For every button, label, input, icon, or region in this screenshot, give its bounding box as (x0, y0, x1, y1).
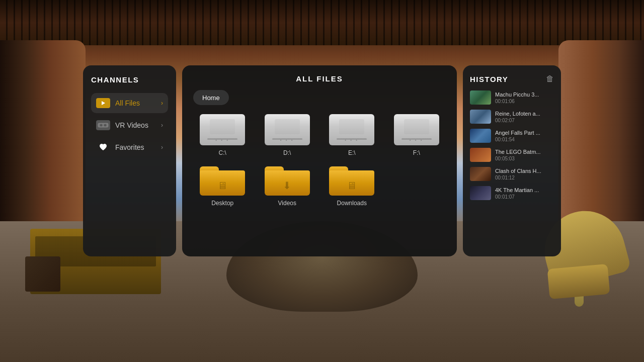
monitor-icon: 🖥 (217, 180, 227, 192)
history-thumbnail (470, 110, 491, 124)
folder-videos-icon: ⬇ (265, 164, 310, 196)
history-item-name: Clash of Clans H... (495, 168, 554, 174)
folder-downloads-label: Downloads (337, 200, 367, 207)
history-info: The LEGO Batm... 00:05:03 (495, 149, 554, 161)
history-item-duration: 00:01:07 (495, 194, 554, 200)
drive-c[interactable]: C:\ (193, 114, 252, 156)
drive-f[interactable]: F:\ (387, 114, 446, 156)
folder-downloads-icon: 🖥 (329, 164, 374, 196)
drive-slot-4 (401, 138, 432, 140)
drive-e[interactable]: E:\ (323, 114, 381, 156)
svg-point-3 (104, 124, 107, 127)
history-item-name: Machu Picchu 3... (495, 92, 554, 98)
breadcrumb[interactable]: Home (193, 90, 229, 105)
history-item[interactable]: Machu Picchu 3... 00:01:06 (470, 90, 554, 105)
history-thumbnail (470, 90, 491, 105)
sidebar-item-vr-videos[interactable]: VR Videos › (91, 115, 168, 135)
vr-videos-label: VR Videos (115, 121, 161, 129)
channels-title: CHANNELS (91, 75, 168, 84)
drive-e-icon (329, 114, 374, 145)
svg-rect-1 (98, 123, 108, 127)
heart-icon (96, 142, 110, 152)
history-info: Clash of Clans H... 00:01:12 (495, 168, 554, 180)
folder-desktop-icon: 🖥 (200, 164, 245, 196)
history-title: HISTORY (470, 75, 508, 83)
drive-slot-3 (337, 138, 367, 140)
files-panel: ALL FILES Home C:\ D:\ (182, 65, 457, 256)
folder-body-3: 🖥 (329, 170, 374, 196)
history-item-name: 4K The Martian ... (495, 187, 554, 193)
chevron-icon-3: › (161, 144, 163, 151)
drive-e-label: E:\ (348, 149, 356, 156)
sidebar-item-all-files[interactable]: All Files › (91, 93, 168, 113)
history-item[interactable]: Angel Falls Part ... 00:01:54 (470, 129, 554, 143)
favorites-label: Favorites (115, 143, 161, 151)
drive-d-label: D:\ (283, 149, 291, 156)
folder-body-2: ⬇ (265, 170, 310, 196)
drive-c-label: C:\ (219, 149, 226, 156)
folder-desktop[interactable]: 🖥 Desktop (193, 164, 252, 207)
svg-marker-0 (102, 101, 105, 105)
history-item-duration: 00:01:06 (495, 99, 554, 104)
drive-f-icon (394, 114, 439, 145)
sidebar-item-favorites[interactable]: Favorites › (91, 137, 168, 157)
display-icon: 🖥 (347, 180, 357, 192)
all-files-label: All Files (115, 99, 161, 107)
folder-videos-label: Videos (278, 200, 296, 207)
drive-d[interactable]: D:\ (258, 114, 317, 156)
history-item-name: Reine, Lofoten a... (495, 111, 554, 117)
history-info: Machu Picchu 3... 00:01:06 (495, 92, 554, 104)
folder-desktop-label: Desktop (211, 200, 233, 207)
channels-panel: CHANNELS All Files › VR Videos › (83, 65, 176, 256)
history-thumbnail (470, 167, 491, 181)
folder-videos[interactable]: ⬇ Videos (258, 164, 317, 207)
play-icon (96, 98, 110, 108)
chevron-icon-2: › (161, 122, 163, 129)
history-item-duration: 00:01:54 (495, 137, 554, 142)
history-item[interactable]: The LEGO Batm... 00:05:03 (470, 148, 554, 162)
history-header: HISTORY 🗑 (470, 74, 554, 83)
folder-downloads[interactable]: 🖥 Downloads (323, 164, 381, 207)
svg-point-2 (100, 124, 103, 127)
history-thumbnail (470, 129, 491, 143)
ui-container: CHANNELS All Files › VR Videos › (83, 65, 561, 256)
history-item-name: The LEGO Batm... (495, 149, 554, 155)
files-panel-title: ALL FILES (193, 74, 446, 83)
history-item-name: Angel Falls Part ... (495, 130, 554, 136)
history-info: Angel Falls Part ... 00:01:54 (495, 130, 554, 142)
history-panel: HISTORY 🗑 Machu Picchu 3... 00:01:06 Rei… (463, 65, 561, 256)
history-thumbnail (470, 186, 491, 200)
folder-body: 🖥 (200, 170, 245, 196)
cube (25, 256, 60, 292)
history-item[interactable]: 4K The Martian ... 00:01:07 (470, 186, 554, 200)
history-list: Machu Picchu 3... 00:01:06 Reine, Lofote… (470, 90, 554, 200)
breadcrumb-text: Home (202, 94, 220, 102)
chevron-icon: › (161, 100, 163, 107)
vr-icon (96, 120, 110, 130)
history-info: Reine, Lofoten a... 00:02:07 (495, 111, 554, 123)
trash-button[interactable]: 🗑 (546, 74, 554, 83)
drive-d-icon (265, 114, 310, 145)
drive-slot (207, 138, 237, 140)
drive-c-icon (200, 114, 245, 145)
ceiling (0, 0, 644, 45)
history-item-duration: 00:05:03 (495, 156, 554, 161)
history-info: 4K The Martian ... 00:01:07 (495, 187, 554, 200)
history-item-duration: 00:01:12 (495, 175, 554, 180)
files-grid: C:\ D:\ E:\ F:\ (193, 114, 446, 207)
history-thumbnail (470, 148, 491, 162)
drive-f-label: F:\ (413, 149, 420, 156)
history-item-duration: 00:02:07 (495, 118, 554, 123)
drive-slot-2 (272, 138, 302, 140)
download-icon: ⬇ (283, 179, 291, 192)
history-item[interactable]: Clash of Clans H... 00:01:12 (470, 167, 554, 181)
history-item[interactable]: Reine, Lofoten a... 00:02:07 (470, 110, 554, 124)
